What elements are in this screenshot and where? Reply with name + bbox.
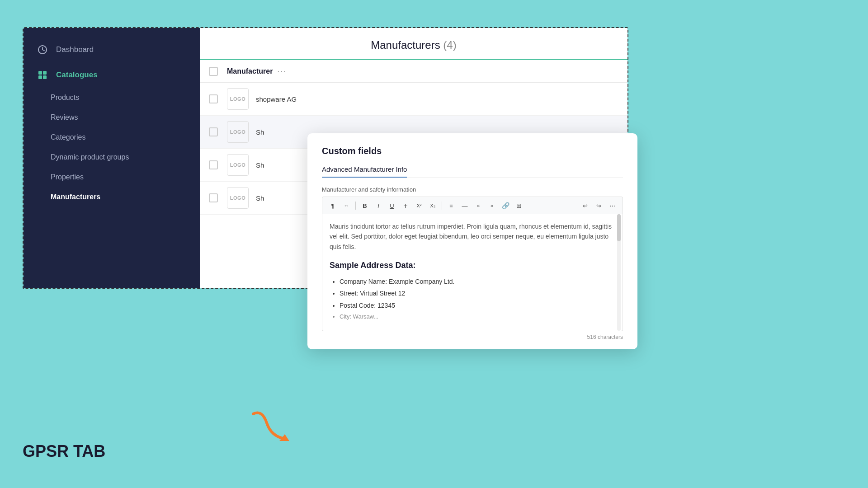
rte-sample-heading: Sample Address Data:: [330, 259, 615, 272]
sidebar-sub-item-products[interactable]: Products: [24, 88, 200, 108]
toolbar-undo-btn[interactable]: ↩: [579, 200, 591, 211]
scrollbar[interactable]: [617, 214, 621, 331]
logo-placeholder-3: LOGO: [227, 154, 249, 176]
toolbar-italic-btn[interactable]: I: [373, 200, 384, 211]
rte-content-area[interactable]: Mauris tincidunt tortor ac tellus rutrum…: [322, 214, 623, 331]
logo-placeholder-1: LOGO: [227, 88, 249, 110]
rte-address-list: Company Name: Example Company Ltd. Stree…: [330, 277, 615, 322]
catalogues-icon: [36, 69, 49, 81]
toolbar-table-btn[interactable]: ⊞: [513, 200, 525, 211]
row-checkbox-1[interactable]: [209, 94, 218, 103]
toolbar-underline-btn[interactable]: U: [386, 200, 398, 211]
manufacturers-title: Manufacturers: [371, 39, 440, 51]
list-item-postal: Postal Code: 12345: [340, 300, 615, 310]
sidebar-sub-item-categories-label: Categories: [51, 133, 85, 141]
svg-rect-1: [38, 71, 42, 75]
list-item-company: Company Name: Example Company Ltd.: [340, 277, 615, 286]
toolbar-superscript-btn[interactable]: X²: [413, 200, 425, 211]
toolbar-strikethrough-btn[interactable]: T: [400, 200, 411, 211]
rte-body-text: Mauris tincidunt tortor ac tellus rutrum…: [330, 221, 615, 252]
toolbar-paragraph-btn[interactable]: ¶: [327, 200, 339, 211]
arrow-container: [244, 405, 298, 452]
dashboard-icon: [36, 43, 49, 56]
manufacturers-count: (4): [443, 39, 456, 51]
toolbar-align-btn[interactable]: ≡: [445, 200, 457, 211]
table-row[interactable]: LOGO shopware AG: [200, 83, 627, 116]
manufacturers-header: Manufacturers (4): [200, 28, 627, 52]
sidebar-sub-item-manufacturers[interactable]: Manufacturers: [24, 187, 200, 207]
sidebar-item-dashboard-label: Dashboard: [56, 45, 94, 54]
row-checkbox-3[interactable]: [209, 160, 218, 169]
sidebar: Dashboard Catalogues Products Reviews Ca…: [24, 28, 200, 288]
svg-rect-4: [43, 75, 47, 79]
toolbar-quote-close-btn[interactable]: »: [486, 200, 498, 211]
sidebar-sub-item-manufacturers-label: Manufacturers: [51, 193, 100, 201]
toolbar-more-btn[interactable]: ⋯: [606, 200, 618, 211]
row-text-3: Sh: [256, 161, 264, 169]
toolbar-sep-2: [442, 202, 442, 210]
scroll-thumb: [617, 214, 621, 241]
header-checkbox[interactable]: [209, 67, 218, 76]
sidebar-sub-item-properties-label: Properties: [51, 173, 84, 181]
row-checkbox-4[interactable]: [209, 193, 218, 202]
sidebar-item-dashboard[interactable]: Dashboard: [24, 37, 200, 62]
sidebar-item-catalogues-label: Catalogues: [56, 70, 98, 80]
table-col-manufacturer: Manufacturer: [227, 67, 273, 75]
sidebar-item-catalogues[interactable]: Catalogues: [24, 62, 200, 88]
row-checkbox-2[interactable]: [209, 127, 218, 136]
custom-fields-modal: Custom fields Advanced Manufacturer Info…: [307, 133, 637, 349]
rte-toolbar: ¶ ↔ B I U T X² X₂ ≡ — « » 🔗 ⊞ ↩ ↪ ⋯: [322, 197, 623, 214]
row-text-1: shopware AG: [256, 95, 297, 103]
toolbar-quote-open-btn[interactable]: «: [472, 200, 484, 211]
toolbar-right-actions: ↩ ↪ ⋯: [579, 200, 618, 211]
toolbar-bold-btn[interactable]: B: [359, 200, 371, 211]
field-label: Manufacturer and safety information: [322, 186, 623, 193]
toolbar-subscript-btn[interactable]: X₂: [427, 200, 439, 211]
logo-placeholder-2: LOGO: [227, 121, 249, 143]
sidebar-sub-item-reviews[interactable]: Reviews: [24, 108, 200, 127]
toolbar-sep-1: [355, 202, 356, 210]
sidebar-sub-item-reviews-label: Reviews: [51, 113, 78, 121]
row-text-2: Sh: [256, 128, 264, 136]
tab-advanced-manufacturer-info[interactable]: Advanced Manufacturer Info: [322, 165, 407, 178]
sidebar-sub-item-dynamic-product-groups-label: Dynamic product groups: [51, 153, 129, 161]
sidebar-sub-item-properties[interactable]: Properties: [24, 167, 200, 187]
table-header-dots[interactable]: ···: [277, 66, 287, 76]
sidebar-sub-item-categories[interactable]: Categories: [24, 127, 200, 147]
svg-rect-2: [43, 71, 47, 75]
arrow-icon: [244, 405, 298, 450]
row-text-4: Sh: [256, 194, 264, 202]
toolbar-redo-btn[interactable]: ↪: [593, 200, 604, 211]
modal-title: Custom fields: [322, 146, 623, 156]
toolbar-dash-btn[interactable]: —: [459, 200, 471, 211]
list-item-city: City: Warsaw...: [340, 312, 615, 322]
logo-placeholder-4: LOGO: [227, 187, 249, 209]
sidebar-sub-item-products-label: Products: [51, 94, 79, 101]
gpsr-tab-label: GPSR TAB: [23, 442, 105, 461]
char-count: 516 characters: [322, 334, 623, 340]
tab-container: Advanced Manufacturer Info: [322, 165, 623, 178]
toolbar-link-btn[interactable]: 🔗: [500, 200, 511, 211]
toolbar-expand-btn[interactable]: ↔: [340, 200, 352, 211]
table-header-row: Manufacturer ···: [200, 60, 627, 83]
sidebar-sub-item-dynamic-product-groups[interactable]: Dynamic product groups: [24, 147, 200, 167]
svg-rect-3: [38, 75, 42, 79]
list-item-street: Street: Virtual Street 12: [340, 288, 615, 298]
